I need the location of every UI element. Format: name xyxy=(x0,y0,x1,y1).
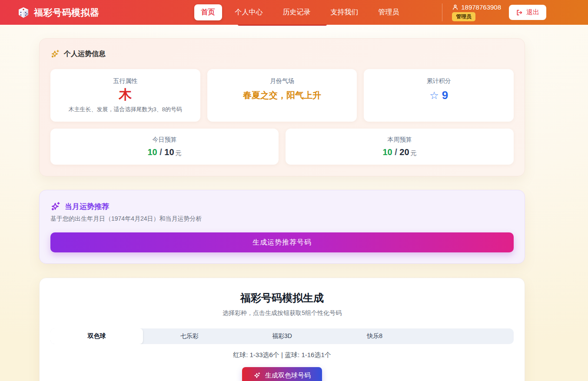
daily-budget-value: 10 / 10元 xyxy=(57,147,272,157)
card-label: 月份气场 xyxy=(214,77,350,85)
points-line: ☆ 9 xyxy=(371,89,507,102)
generate-fortune-button[interactable]: 生成运势推荐号码 xyxy=(50,232,514,252)
card-label: 今日预算 xyxy=(57,136,272,144)
star-outline-icon: ☆ xyxy=(429,90,439,101)
sparkles-icon xyxy=(50,201,61,212)
page-content: 个人运势信息 五行属性 木 木主生长、发展，适合选择尾数为3、8的号码 月份气场… xyxy=(39,38,525,381)
top-navbar: 福彩号码模拟器 首页 个人中心 历史记录 支持我们 管理员 1897876390… xyxy=(0,0,588,25)
tab-fucai3d[interactable]: 福彩3D xyxy=(236,328,328,344)
card-points: 累计积分 ☆ 9 xyxy=(364,69,514,122)
monthly-panel-title: 当月运势推荐 xyxy=(65,202,109,212)
person-icon xyxy=(452,4,458,10)
fortune-panel-title: 个人运势信息 xyxy=(64,50,106,59)
card-label: 累计积分 xyxy=(371,77,507,85)
lottery-type-tabs: 双色球 七乐彩 福彩3D 快乐8 xyxy=(50,328,514,344)
generator-title: 福彩号码模拟生成 xyxy=(50,291,514,305)
budget-total: 10 xyxy=(164,147,174,157)
sparkles-icon xyxy=(50,49,60,59)
main-nav: 首页 个人中心 历史记录 支持我们 管理员 xyxy=(194,4,406,20)
user-area: 18978763908 管理员 退出 xyxy=(442,3,546,21)
rule-text: 红球: 1-33选6个 | 蓝球: 1-16选1个 xyxy=(50,351,514,359)
budget-total: 20 xyxy=(399,147,409,157)
five-elements-desc: 木主生长、发展，适合选择尾数为3、8的号码 xyxy=(57,106,193,113)
generator-subtitle: 选择彩种，点击生成按钮获取5组个性化号码 xyxy=(50,309,514,317)
budget-separator: / xyxy=(159,147,162,157)
logout-label: 退出 xyxy=(526,8,539,17)
fortune-cards-row: 五行属性 木 木主生长、发展，适合选择尾数为3、8的号码 月份气场 春夏之交，阳… xyxy=(50,69,514,122)
user-phone-row: 18978763908 xyxy=(452,3,501,11)
monthly-panel-subtitle: 基于您的出生年月日（1974年4月24日）和当月运势分析 xyxy=(50,215,514,223)
role-badge: 管理员 xyxy=(452,12,475,21)
app-title: 福彩号码模拟器 xyxy=(34,7,100,19)
nav-item-home[interactable]: 首页 xyxy=(194,4,222,20)
budget-used: 10 xyxy=(382,147,392,157)
weekly-budget-value: 10 / 20元 xyxy=(292,147,507,157)
dice-icon xyxy=(17,7,30,19)
nav-item-support[interactable]: 支持我们 xyxy=(324,4,365,20)
user-meta: 18978763908 管理员 xyxy=(452,3,501,21)
card-daily-budget: 今日预算 10 / 10元 xyxy=(50,129,279,165)
budget-unit: 元 xyxy=(411,149,417,156)
nav-item-profile[interactable]: 个人中心 xyxy=(228,4,270,20)
card-month-aura: 月份气场 春夏之交，阳气上升 xyxy=(207,69,357,122)
tab-kuaile8[interactable]: 快乐8 xyxy=(329,328,421,344)
fortune-panel-header: 个人运势信息 xyxy=(50,49,514,59)
brand: 福彩号码模拟器 xyxy=(17,7,100,19)
number-generator-panel: 福彩号码模拟生成 选择彩种，点击生成按钮获取5组个性化号码 双色球 七乐彩 福彩… xyxy=(39,278,525,381)
tab-qilecai[interactable]: 七乐彩 xyxy=(143,328,236,344)
card-label: 本周预算 xyxy=(292,136,507,144)
budget-separator: / xyxy=(395,147,397,157)
budget-used: 10 xyxy=(147,147,157,157)
five-elements-value: 木 xyxy=(57,86,193,103)
personal-fortune-panel: 个人运势信息 五行属性 木 木主生长、发展，适合选择尾数为3、8的号码 月份气场… xyxy=(39,38,525,176)
user-phone: 18978763908 xyxy=(461,3,501,11)
logout-button[interactable]: 退出 xyxy=(509,5,546,20)
logout-arrow-icon xyxy=(516,9,523,16)
card-weekly-budget: 本周预算 10 / 20元 xyxy=(286,129,514,165)
points-value: 9 xyxy=(442,89,448,102)
nav-item-history[interactable]: 历史记录 xyxy=(276,4,318,20)
month-aura-value: 春夏之交，阳气上升 xyxy=(214,89,350,101)
generate-button-row: 生成双色球号码 xyxy=(50,367,514,381)
nav-item-admin[interactable]: 管理员 xyxy=(372,4,406,20)
monthly-panel-header: 当月运势推荐 xyxy=(50,201,514,212)
generate-numbers-button[interactable]: 生成双色球号码 xyxy=(242,367,322,381)
budget-cards-row: 今日预算 10 / 10元 本周预算 10 / 20元 xyxy=(50,129,514,165)
card-five-elements: 五行属性 木 木主生长、发展，适合选择尾数为3、8的号码 xyxy=(50,69,200,122)
tab-shuangseqiu[interactable]: 双色球 xyxy=(50,328,143,344)
sparkles-icon xyxy=(253,372,261,379)
card-label: 五行属性 xyxy=(57,77,193,85)
budget-unit: 元 xyxy=(176,149,182,156)
generate-button-label: 生成双色球号码 xyxy=(265,371,311,380)
monthly-fortune-panel: 当月运势推荐 基于您的出生年月日（1974年4月24日）和当月运势分析 生成运势… xyxy=(39,190,525,264)
